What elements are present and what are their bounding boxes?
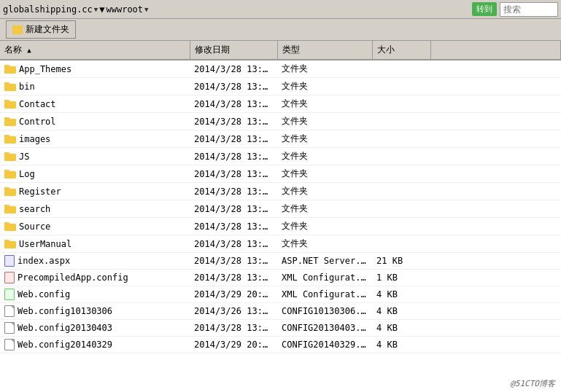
file-date: 2014/3/29 20:07: [190, 337, 277, 353]
file-name-label: Contact: [19, 99, 56, 109]
table-row[interactable]: index.aspx2014/3/28 13:43ASP.NET Server.…: [0, 253, 561, 270]
file-date: 2014/3/28 13:43: [190, 253, 277, 270]
file-extra: [430, 95, 561, 113]
folder-icon: [4, 187, 16, 196]
table-row[interactable]: Web.config2014/3/29 20:07XML Configurat.…: [0, 286, 561, 303]
col-header-name[interactable]: 名称 ▲: [0, 41, 190, 60]
table-row[interactable]: Web.config101303062014/3/26 13:43CONFIG1…: [0, 303, 561, 320]
file-extra: [430, 200, 561, 218]
file-size: [372, 183, 430, 200]
table-row[interactable]: JS2014/3/28 13:43文件夹: [0, 148, 561, 165]
table-row[interactable]: App_Themes2014/3/28 13:41文件夹: [0, 60, 561, 78]
file-name-cell: Register: [0, 183, 190, 200]
file-date: 2014/3/28 13:42: [190, 78, 277, 95]
folder-icon: [4, 64, 16, 74]
file-type: 文件夹: [277, 78, 372, 95]
file-date: 2014/3/28 13:43: [190, 270, 277, 286]
folder-icon: [4, 152, 16, 161]
file-name-label: JS: [19, 152, 29, 162]
path-separator: ▼: [99, 4, 104, 15]
file-name-label: PrecompiledApp.config: [18, 273, 128, 283]
file-date: 2014/3/28 13:42: [190, 113, 277, 130]
file-name-cell: App_Themes: [0, 60, 190, 78]
file-name-label: Source: [19, 222, 50, 232]
file-size: 4 KB: [372, 337, 430, 353]
file-name-label: Log: [19, 169, 35, 179]
file-size: [372, 218, 430, 235]
file-size: [372, 60, 430, 78]
file-type: XML Configurat...: [277, 270, 372, 286]
folder-icon: [4, 222, 16, 231]
file-date: 2014/3/28 13:43: [190, 235, 277, 253]
table-row[interactable]: Source2014/3/28 13:43文件夹: [0, 218, 561, 235]
domain-text: globalshipping.cc: [3, 4, 93, 15]
table-row[interactable]: Log2014/3/28 13:43文件夹: [0, 165, 561, 183]
new-folder-button[interactable]: 新建文件夹: [6, 20, 76, 39]
file-size: [372, 235, 430, 253]
col-header-date[interactable]: 修改日期: [190, 41, 277, 60]
file-name-label: images: [19, 134, 50, 144]
file-extra: [430, 148, 561, 165]
file-size: [372, 130, 430, 148]
col-header-size[interactable]: 大小: [372, 41, 430, 60]
col-header-type[interactable]: 类型: [277, 41, 372, 60]
domain-selector[interactable]: globalshipping.cc ▼ ▼ wwwroot ▼: [3, 4, 469, 15]
go-button[interactable]: 转到: [472, 2, 497, 16]
table-row[interactable]: Control2014/3/28 13:42文件夹: [0, 113, 561, 130]
file-extra: [430, 78, 561, 95]
col-header-extra: [430, 41, 561, 60]
folder-icon: [12, 26, 23, 34]
file-name-label: search: [19, 204, 50, 214]
file-type: CONFIG10130306...: [277, 303, 372, 320]
file-name-cell: Web.config10130306: [0, 303, 190, 320]
file-type: 文件夹: [277, 113, 372, 130]
file-type: CONFIG20130403...: [277, 320, 372, 337]
file-name-cell: Web.config20140329: [0, 337, 190, 353]
file-size: 21 KB: [372, 253, 430, 270]
toolbar: 新建文件夹: [0, 19, 561, 41]
table-row[interactable]: search2014/3/28 13:43文件夹: [0, 200, 561, 218]
table-row[interactable]: Web.config201403292014/3/29 20:07CONFIG2…: [0, 337, 561, 353]
file-extra: [430, 303, 561, 320]
file-name-label: Web.config20140329: [18, 340, 112, 350]
file-table: 名称 ▲ 修改日期 类型 大小 App_Themes2014/3/28 13:4…: [0, 41, 561, 353]
table-row[interactable]: bin2014/3/28 13:42文件夹: [0, 78, 561, 95]
file-date: 2014/3/28 13:43: [190, 218, 277, 235]
file-name-cell: PrecompiledApp.config: [0, 270, 190, 286]
file-name-label: UserManual: [19, 239, 71, 249]
file-size: [372, 113, 430, 130]
new-folder-label: 新建文件夹: [26, 23, 69, 36]
xml-file-icon: [4, 272, 15, 283]
file-name-cell: images: [0, 130, 190, 148]
table-row[interactable]: Register2014/3/28 13:43文件夹: [0, 183, 561, 200]
file-type: CONFIG20140329...: [277, 337, 372, 353]
path-arrow-icon: ▼: [144, 6, 148, 13]
aspx-file-icon: [4, 255, 15, 267]
search-input[interactable]: [500, 2, 558, 17]
file-name-label: Register: [19, 187, 61, 197]
table-row[interactable]: Contact2014/3/28 13:42文件夹: [0, 95, 561, 113]
file-date: 2014/3/28 13:43: [190, 183, 277, 200]
file-name-cell: index.aspx: [0, 253, 190, 270]
file-name-cell: Contact: [0, 95, 190, 113]
file-type: 文件夹: [277, 183, 372, 200]
table-row[interactable]: UserManual2014/3/28 13:43文件夹: [0, 235, 561, 253]
folder-icon: [4, 169, 16, 179]
file-name-label: index.aspx: [18, 256, 70, 266]
table-row[interactable]: Web.config201304032014/3/28 13:43CONFIG2…: [0, 320, 561, 337]
table-row[interactable]: images2014/3/28 13:43文件夹: [0, 130, 561, 148]
table-row[interactable]: PrecompiledApp.config2014/3/28 13:43XML …: [0, 270, 561, 286]
address-bar: globalshipping.cc ▼ ▼ wwwroot ▼ 转到: [0, 0, 561, 19]
file-size: [372, 165, 430, 183]
file-name-label: Control: [19, 117, 56, 127]
file-name-cell: JS: [0, 148, 190, 165]
file-size: 4 KB: [372, 320, 430, 337]
file-name-label: Web.config: [18, 289, 70, 299]
file-name-cell: search: [0, 200, 190, 218]
path-text: wwwroot: [106, 4, 143, 15]
file-name-cell: Web.config: [0, 286, 190, 303]
file-date: 2014/3/28 13:41: [190, 60, 277, 78]
file-extra: [430, 270, 561, 286]
generic-file-icon: [4, 305, 15, 317]
file-extra: [430, 60, 561, 78]
